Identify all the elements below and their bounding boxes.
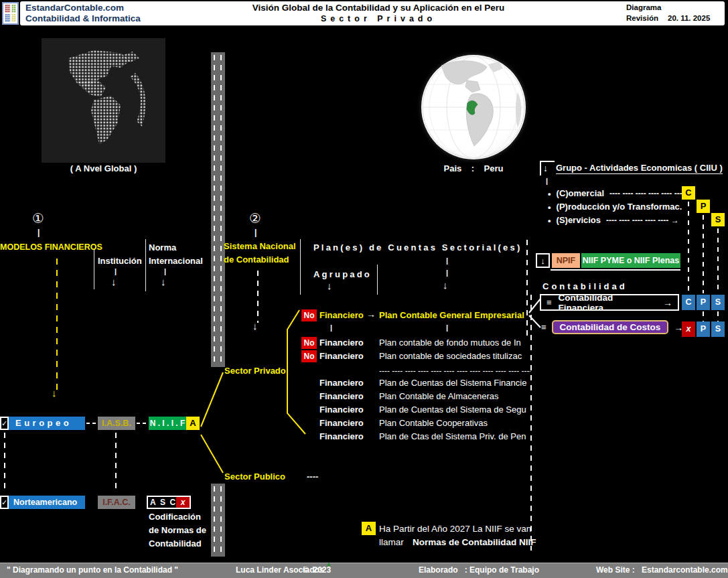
footer-web-value: Estandarcontable.com <box>642 565 728 575</box>
connector-lines <box>0 0 728 578</box>
diagram-canvas: EstandarContable.com Contabilidad & Info… <box>0 0 728 578</box>
footer-web-label: Web Site : <box>596 565 635 575</box>
footer-quote: " Diagramando un punto en la Contabilida… <box>7 565 178 575</box>
footer-copyright: © 2023 <box>303 565 331 575</box>
green-mark-icon <box>327 563 331 566</box>
footer-elaborado: Elaborado : Equipo de Trabajo <box>419 565 539 575</box>
